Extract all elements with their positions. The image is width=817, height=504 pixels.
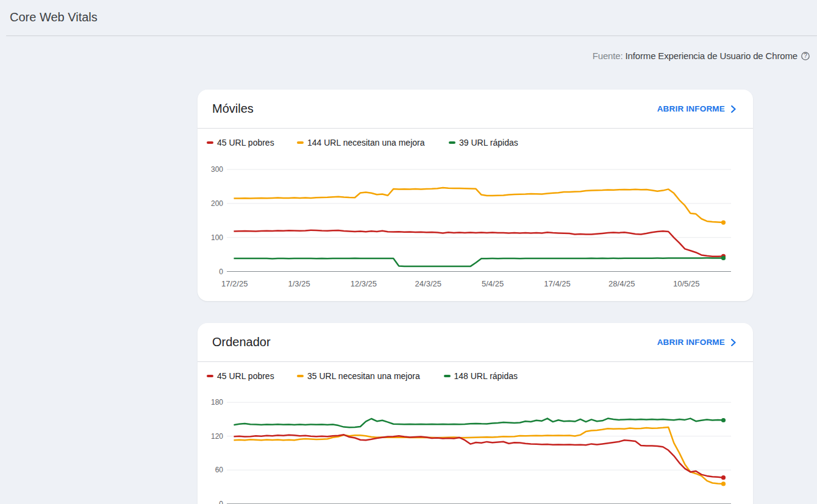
svg-text:0: 0 [219,268,223,276]
svg-text:180: 180 [211,398,223,406]
svg-text:1/3/25: 1/3/25 [288,279,310,288]
svg-text:24/3/25: 24/3/25 [415,279,441,288]
svg-text:60: 60 [215,466,224,474]
svg-text:17/2/25: 17/2/25 [221,279,248,288]
svg-text:5/4/25: 5/4/25 [482,279,504,288]
svg-text:17/4/25: 17/4/25 [544,279,570,288]
svg-text:0: 0 [219,500,223,504]
svg-text:120: 120 [211,432,223,441]
svg-text:28/4/25: 28/4/25 [608,279,635,288]
svg-text:12/3/25: 12/3/25 [351,279,377,288]
svg-text:10/5/25: 10/5/25 [673,279,699,288]
svg-text:100: 100 [211,233,223,242]
svg-text:?: ? [804,52,807,59]
svg-text:300: 300 [211,165,223,174]
svg-text:200: 200 [211,199,223,208]
